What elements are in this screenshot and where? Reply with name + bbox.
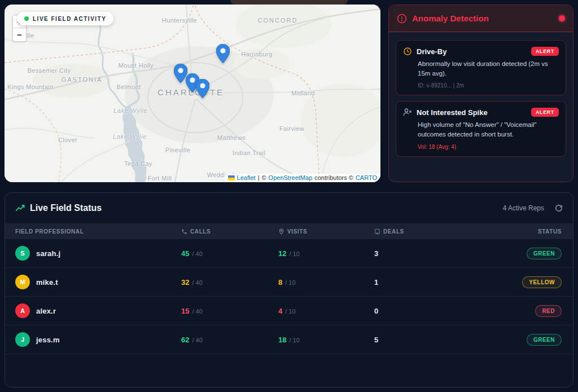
status-panel-titlebar: Live Field Status 4 Active Reps (5, 193, 573, 223)
alert-card-header: Not Interested SpikeALERT (403, 108, 559, 117)
column-calls: CALLS (181, 228, 278, 235)
live-dot-icon (24, 16, 29, 21)
visits-value: 12 (278, 249, 286, 258)
map-marker-icon[interactable] (216, 44, 230, 63)
rep-name: sarah.j (36, 249, 60, 258)
leaflet-link[interactable]: Leaflet (237, 174, 256, 181)
phone-icon (181, 228, 187, 235)
calls-value: 62 (181, 336, 189, 344)
avatar: J (15, 332, 30, 347)
status-badge: GREEN (527, 248, 562, 259)
column-label: CALLS (190, 228, 211, 235)
table-row[interactable]: Ssarah.j45/ 4012/ 103GREEN (5, 239, 573, 268)
column-field-professional: FIELD PROFESSIONAL (15, 228, 181, 235)
visits-cell: 18/ 10 (278, 334, 374, 345)
status-badge: GREEN (527, 334, 562, 346)
calls-target: / 40 (192, 308, 202, 315)
alert-description: High volume of "No Answer" / "Voicemail"… (418, 120, 559, 139)
calls-cell: 45/ 40 (181, 248, 278, 258)
alert-meta: Vol: 18 (Avg: 4) (418, 144, 559, 150)
alert-pulse-dot-icon (559, 15, 565, 21)
live-field-status-panel: Live Field Status 4 Active Reps FIELD PR… (5, 192, 573, 387)
rep-name: jess.m (36, 336, 60, 344)
map-attribution: Leaflet | © OpenStreetMap contributors ©… (225, 174, 380, 182)
table-row[interactable]: Aalex.r15/ 404/ 100RED (5, 297, 573, 325)
refresh-button[interactable] (555, 204, 563, 212)
table-row[interactable]: Mmike.t32/ 408/ 101YELLOW (5, 268, 573, 297)
alert-meta: ID: v-89210... | 2m (418, 82, 559, 89)
status-badge: YELLOW (522, 276, 562, 288)
column-deals: DEALS (374, 228, 538, 235)
deals-value: 0 (374, 307, 535, 315)
column-label: DEALS (383, 228, 404, 235)
live-badge-label: LIVE FIELD ACTIVITY (33, 16, 106, 22)
calls-target: / 40 (192, 250, 202, 257)
table-row[interactable]: Jjess.m62/ 4018/ 105GREEN (5, 325, 573, 354)
table-header-row: FIELD PROFESSIONAL CALLS VISITS DEALS ST… (5, 223, 573, 239)
visits-target: / 10 (285, 308, 295, 315)
table-body: Ssarah.j45/ 4012/ 103GREENMmike.t32/ 408… (5, 239, 573, 354)
building-icon (374, 228, 380, 235)
rep-cell: Aalex.r (15, 303, 181, 318)
status-badge: RED (535, 305, 562, 317)
carto-link[interactable]: CARTO (356, 174, 377, 181)
attribution-contrib: contributors © (314, 174, 353, 181)
calls-target: / 40 (192, 279, 202, 286)
alert-title: Not Interested Spike (417, 108, 527, 117)
live-field-activity-badge: LIVE FIELD ACTIVITY (17, 12, 113, 25)
calls-cell: 15/ 40 (181, 306, 278, 316)
anomaly-panel-title: Anomaly Detection (412, 14, 554, 23)
map-pin-icon (278, 228, 284, 235)
live-map[interactable]: villeHuntersvilleCONCORDHarrisburgMount … (5, 5, 380, 182)
refresh-icon (555, 204, 563, 212)
column-label: FIELD PROFESSIONAL (15, 228, 84, 235)
alert-description: Abnormally low visit duration detected (… (418, 59, 559, 78)
user-x-icon (403, 108, 412, 117)
anomaly-alert-list: Drive-ByALERTAbnormally low visit durati… (389, 32, 573, 165)
calls-cell: 62/ 40 (181, 334, 278, 345)
avatar: M (15, 275, 30, 289)
calls-target: / 40 (192, 337, 202, 343)
map-tiles (5, 5, 380, 182)
visits-value: 18 (278, 336, 286, 344)
anomaly-alert-card: Not Interested SpikeALERTHigh volume of … (396, 101, 566, 156)
alert-circle-icon (397, 14, 407, 24)
clock-icon (403, 47, 412, 56)
zoom-out-button[interactable]: − (13, 28, 26, 41)
column-visits: VISITS (278, 228, 374, 235)
anomaly-panel-header: Anomaly Detection (389, 5, 573, 32)
calls-value: 32 (181, 278, 189, 287)
alert-badge: ALERT (531, 108, 559, 117)
attribution-separator: | (258, 174, 260, 181)
rep-name: mike.t (36, 278, 58, 287)
deals-value: 5 (374, 336, 527, 344)
top-toast (230, 0, 348, 5)
avatar: A (15, 303, 30, 318)
column-label: STATUS (538, 228, 562, 235)
visits-target: / 10 (289, 250, 299, 257)
alert-card-header: Drive-ByALERT (403, 47, 559, 56)
calls-value: 15 (181, 307, 189, 315)
visits-value: 8 (278, 278, 282, 287)
visits-value: 4 (278, 307, 282, 315)
rep-name: alex.r (36, 307, 56, 315)
visits-cell: 4/ 10 (278, 306, 374, 316)
alert-badge: ALERT (531, 47, 559, 56)
trending-up-icon (15, 204, 25, 213)
openstreetmap-link[interactable]: OpenStreetMap (269, 174, 313, 181)
map-marker-icon[interactable] (196, 79, 209, 98)
active-reps-count: 4 Active Reps (503, 204, 544, 212)
deals-value: 1 (374, 278, 522, 287)
visits-cell: 12/ 10 (278, 248, 374, 258)
avatar: S (15, 246, 30, 261)
rep-cell: Ssarah.j (15, 246, 181, 261)
ukraine-flag-icon (228, 175, 235, 180)
anomaly-detection-panel: Anomaly Detection Drive-ByALERTAbnormall… (388, 5, 573, 182)
visits-target: / 10 (285, 279, 295, 286)
alert-title: Drive-By (417, 47, 527, 56)
attribution-copy: © (261, 174, 266, 181)
column-label: VISITS (287, 228, 307, 235)
rep-cell: Jjess.m (15, 332, 181, 347)
status-panel-title: Live Field Status (30, 203, 498, 213)
anomaly-alert-card: Drive-ByALERTAbnormally low visit durati… (396, 40, 566, 95)
